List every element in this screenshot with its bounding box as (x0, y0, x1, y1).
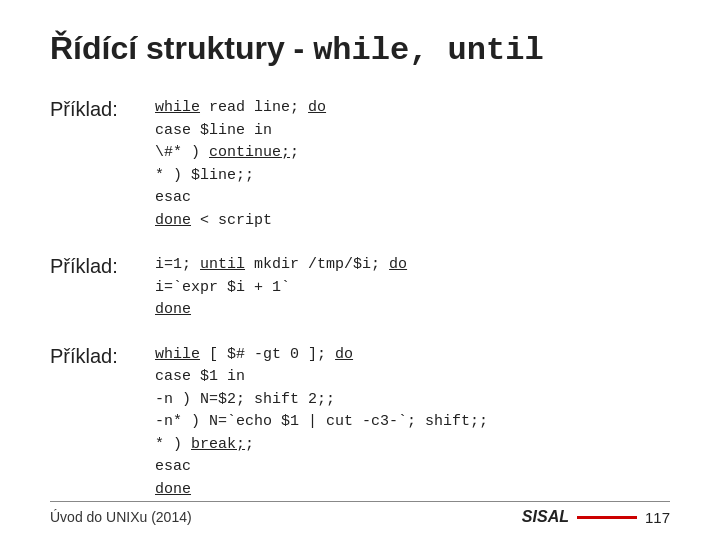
code-part-1-0-2: mkdir /tmp/$i; (245, 256, 389, 273)
code-line-0-5: done < script (155, 210, 326, 233)
section-code-0: while read line; do case $line in \#* ) … (155, 97, 326, 232)
code-part-2-4-2: ; (245, 436, 254, 453)
code-line-0-1: case $line in (155, 120, 326, 143)
code-part-0-2-2: ; (290, 144, 299, 161)
code-line-2-2: -n ) N=$2; shift 2;; (155, 389, 488, 412)
code-line-2-6: done (155, 479, 488, 502)
code-part-0-2-0: \#* ) (155, 144, 209, 161)
sections-container: Příklad:while read line; do case $line i… (50, 97, 670, 501)
code-line-2-1: case $1 in (155, 366, 488, 389)
code-part-1-2-0: done (155, 301, 191, 318)
section-code-2: while [ $# -gt 0 ]; do case $1 in -n ) N… (155, 344, 488, 502)
code-part-0-0-0: while (155, 99, 200, 116)
code-part-2-0-0: while (155, 346, 200, 363)
code-line-0-0: while read line; do (155, 97, 326, 120)
section-1: Příklad:i=1; until mkdir /tmp/$i; do i=`… (50, 254, 670, 322)
code-line-0-3: * ) $line;; (155, 165, 326, 188)
code-part-2-2-0: -n ) N=$2; shift 2;; (155, 391, 335, 408)
code-part-2-3-0: -n* ) N=`echo $1 | cut -c3-`; shift;; (155, 413, 488, 430)
code-part-2-6-0: done (155, 481, 191, 498)
section-0: Příklad:while read line; do case $line i… (50, 97, 670, 232)
footer-page: 117 (645, 509, 670, 526)
code-part-1-1-0: i=`expr $i + 1` (155, 279, 290, 296)
code-part-1-0-3: do (389, 256, 407, 273)
code-part-2-1-0: case $1 in (155, 368, 245, 385)
footer-line-decoration (577, 516, 637, 519)
title-mono: while, until (313, 32, 543, 69)
footer-right: SISAL 117 (522, 508, 670, 526)
code-line-2-5: esac (155, 456, 488, 479)
title-text: Řídící struktury - (50, 30, 313, 66)
section-label-2: Příklad: (50, 344, 155, 368)
footer-divider (50, 501, 670, 502)
code-line-1-0: i=1; until mkdir /tmp/$i; do (155, 254, 407, 277)
code-line-0-4: esac (155, 187, 326, 210)
code-part-2-0-1: [ $# -gt 0 ]; (200, 346, 335, 363)
code-part-0-3-0: * ) $line;; (155, 167, 254, 184)
footer-brand: SISAL (522, 508, 569, 526)
footer-left: Úvod do UNIXu (2014) (50, 509, 192, 525)
footer: Úvod do UNIXu (2014) SISAL 117 (0, 508, 720, 526)
slide: Řídící struktury - while, until Příklad:… (0, 0, 720, 540)
code-line-0-2: \#* ) continue;; (155, 142, 326, 165)
code-part-2-5-0: esac (155, 458, 191, 475)
code-line-1-1: i=`expr $i + 1` (155, 277, 407, 300)
code-part-0-1-0: case $line in (155, 122, 272, 139)
code-line-2-3: -n* ) N=`echo $1 | cut -c3-`; shift;; (155, 411, 488, 434)
code-part-1-0-0: i=1; (155, 256, 200, 273)
code-part-2-4-0: * ) (155, 436, 191, 453)
code-part-2-0-2: do (335, 346, 353, 363)
code-line-2-0: while [ $# -gt 0 ]; do (155, 344, 488, 367)
code-part-0-5-1: < script (191, 212, 272, 229)
slide-title: Řídící struktury - while, until (50, 30, 670, 69)
code-part-2-4-1: break; (191, 436, 245, 453)
code-part-0-4-0: esac (155, 189, 191, 206)
section-label-0: Příklad: (50, 97, 155, 121)
section-2: Příklad:while [ $# -gt 0 ]; do case $1 i… (50, 344, 670, 502)
code-part-1-0-1: until (200, 256, 245, 273)
section-code-1: i=1; until mkdir /tmp/$i; do i=`expr $i … (155, 254, 407, 322)
section-label-1: Příklad: (50, 254, 155, 278)
code-line-1-2: done (155, 299, 407, 322)
code-line-2-4: * ) break;; (155, 434, 488, 457)
code-part-0-2-1: continue; (209, 144, 290, 161)
code-part-0-0-1: read line; (200, 99, 308, 116)
code-part-0-0-2: do (308, 99, 326, 116)
code-part-0-5-0: done (155, 212, 191, 229)
